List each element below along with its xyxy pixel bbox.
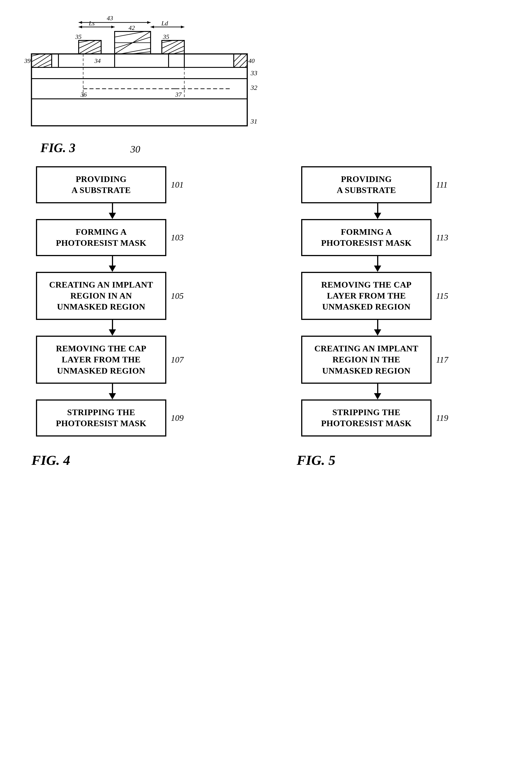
svg-marker-69 [181, 26, 184, 28]
fig5-step-111: PROVIDING A SUBSTRATE [301, 166, 432, 203]
svg-text:Ld: Ld [161, 20, 168, 27]
fig3-svg: 31 32 36 37 33 34 35 [18, 9, 265, 135]
fig5-step-115: REMOVING THE CAP LAYER FROM THE UNMASKED… [301, 272, 432, 320]
svg-text:36: 36 [80, 91, 87, 98]
fig4-label-107: 107 [171, 355, 184, 364]
fig5-label-111: 111 [436, 180, 447, 190]
svg-rect-8 [31, 67, 247, 79]
svg-marker-65 [111, 26, 115, 28]
fig4-label-109: 109 [171, 413, 184, 423]
svg-text:31: 31 [250, 118, 257, 125]
svg-marker-68 [151, 26, 154, 28]
fig3-title: FIG. 3 [41, 141, 76, 155]
fig5-label-119: 119 [436, 413, 448, 423]
fig5-label-117: 117 [436, 355, 448, 364]
fig4-step-105: CREATING AN IMPLANT REGION IN AN UNMASKE… [36, 272, 166, 320]
fig5-step-119: STRIPPING THE PHOTORESIST MASK [301, 399, 432, 436]
svg-marker-61 [147, 21, 151, 24]
fig4-label-103: 103 [171, 232, 184, 242]
fig4-step-107: REMOVING THE CAP LAYER FROM THE UNMASKED… [36, 336, 166, 384]
svg-text:Ls: Ls [89, 20, 95, 27]
svg-rect-42 [184, 54, 234, 67]
fig3-diagram: 31 32 36 37 33 34 35 [18, 9, 265, 148]
fig4-title: FIG. 4 [18, 452, 234, 468]
svg-rect-0 [31, 99, 247, 126]
svg-text:40: 40 [248, 57, 255, 64]
svg-text:33: 33 [250, 69, 257, 77]
fig5-container: PROVIDING A SUBSTRATE 111 FORMING A PHOT… [283, 166, 508, 468]
fig4-step-101: PROVIDING A SUBSTRATE [36, 166, 166, 203]
fig4-container: PROVIDING A SUBSTRATE 101 FORMING A PHOT… [18, 166, 234, 468]
fig4-step-103: FORMING A PHOTORESIST MASK [36, 219, 166, 256]
fig4-step-109: STRIPPING THE PHOTORESIST MASK [36, 399, 166, 436]
fig4-label-105: 105 [171, 291, 184, 301]
fig5-label-115: 115 [436, 291, 448, 301]
svg-text:35: 35 [163, 33, 169, 40]
svg-text:37: 37 [175, 91, 182, 98]
svg-marker-60 [79, 21, 82, 24]
svg-text:35: 35 [75, 33, 82, 40]
fig5-title: FIG. 5 [283, 452, 508, 468]
fig5-label-113: 113 [436, 232, 448, 242]
fig5-step-113: FORMING A PHOTORESIST MASK [301, 219, 432, 256]
svg-marker-64 [79, 26, 82, 28]
svg-text:42: 42 [128, 24, 135, 31]
fig4-label-101: 101 [171, 180, 184, 190]
svg-text:39: 39 [24, 57, 31, 64]
svg-rect-32 [115, 54, 168, 67]
fig5-step-117: CREATING AN IMPLANT REGION IN THE UNMASK… [301, 336, 432, 384]
svg-text:34: 34 [94, 57, 101, 64]
fig4-flow-column: PROVIDING A SUBSTRATE 101 FORMING A PHOT… [18, 166, 234, 436]
svg-text:32: 32 [250, 84, 257, 91]
svg-text:43: 43 [107, 15, 113, 21]
fig5-flow-column: PROVIDING A SUBSTRATE 111 FORMING A PHOT… [283, 166, 508, 436]
fig3-label-30: 30 [130, 144, 140, 155]
